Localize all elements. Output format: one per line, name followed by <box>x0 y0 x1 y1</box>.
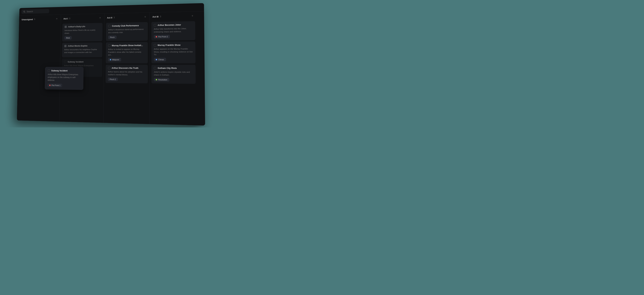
card-tag-daily-life: Beat <box>64 36 72 39</box>
card-tag-label-discovers: Pinch 2 <box>110 78 116 80</box>
card-tag-murray-inv: Midpoint <box>108 58 121 61</box>
column-header-act2: Act II 3 + <box>104 12 150 21</box>
card-title-gotham: Gotham City Riots <box>158 67 177 69</box>
card-checkbox-murray-inv[interactable] <box>108 44 110 47</box>
search-input-wrapper[interactable]: Search <box>22 9 49 14</box>
card-header-subway: Subway Incident <box>64 60 100 63</box>
column-header-act1: Act I 3 + <box>61 13 104 22</box>
card-header-discovers: Arthur Discovers the Truth <box>108 67 146 69</box>
card-title-joker: Arthur Becomes Joker <box>158 23 181 27</box>
search-icon <box>23 10 26 13</box>
svg-line-1 <box>25 12 25 12</box>
card-header-joker: Arthur Becomes Joker <box>154 23 193 27</box>
tooltip-card: Subway Incident Arthur kills three Wayne… <box>45 67 84 90</box>
card-arthur-discovers[interactable]: Arthur Discovers the Truth Arthur learns… <box>106 65 148 83</box>
column-header-act3: Act III 3 + <box>150 11 197 21</box>
card-checkbox-gotham[interactable] <box>154 67 156 69</box>
card-title-murray-show: Murray Franklin Show <box>158 43 180 47</box>
card-checkbox-murray-show[interactable] <box>154 44 156 46</box>
card-arthur-meets-sophie[interactable]: Arthur Meets Sophie Arthur encounters hi… <box>62 42 102 57</box>
tooltip-tag-label: Plot Point 1 <box>52 84 60 86</box>
card-desc-discovers: Arthur learns about his adoption and his… <box>108 70 145 76</box>
column-count-unassigned: 0 <box>34 18 35 20</box>
card-tag-comedy: Pinch <box>108 35 116 39</box>
column-add-btn-unassigned[interactable]: + <box>55 17 58 20</box>
card-arthurs-daily-life[interactable]: Arthur's Daily Life Introduce Arthur Fle… <box>62 23 103 41</box>
card-tag-label-murray-inv: Midpoint <box>112 59 119 61</box>
tooltip-tag-dot <box>49 85 51 86</box>
tooltip-tag: Plot Point 1 <box>48 84 62 87</box>
svg-point-0 <box>24 11 25 12</box>
tooltip-description: Arthur kills three Wayne Enterprises emp… <box>48 73 81 82</box>
card-title-comedy: Comedy Club Performance <box>112 24 139 27</box>
column-content-act3: Arthur Becomes Joker Arthur fully transf… <box>150 20 198 125</box>
app-container: Search Unassigned 0 + Act I 3 + <box>17 3 205 126</box>
card-tag-dot-murray-inv <box>110 59 111 60</box>
column-count-act3: 3 <box>160 15 161 18</box>
column-add-btn-act1[interactable]: + <box>98 16 102 20</box>
card-checkbox-sophie[interactable] <box>64 45 66 47</box>
card-desc-murray-inv: Arthur is invited to appear on Murray Fr… <box>108 48 146 56</box>
search-placeholder: Search <box>27 10 33 13</box>
card-tag-gotham: Resolution <box>154 78 169 81</box>
card-header-comedy: Comedy Club Performance <box>108 24 146 27</box>
card-checkbox-comedy[interactable] <box>108 25 111 27</box>
card-title-daily-life: Arthur's Daily Life <box>68 25 85 28</box>
card-arthur-becomes-joker[interactable]: Arthur Becomes Joker Arthur fully transf… <box>152 21 196 40</box>
column-title-act1: Act I <box>64 17 68 20</box>
card-desc-gotham: Joker's actions inspire citywide riots a… <box>154 71 193 76</box>
card-header-gotham: Gotham City Riots <box>154 67 193 69</box>
column-add-btn-act2[interactable]: + <box>144 15 147 19</box>
card-header-murray-show: Murray Franklin Show <box>154 43 193 47</box>
card-checkbox-daily-life[interactable] <box>64 26 67 28</box>
card-tag-discovers: Pinch 2 <box>108 78 118 81</box>
card-title-discovers: Arthur Discovers the Truth <box>112 67 138 69</box>
column-count-act1: 3 <box>69 17 70 20</box>
tooltip-title: Subway Incident <box>51 69 68 72</box>
column-act2: Act II 3 + Comedy Club Performance Arthu… <box>104 12 150 124</box>
card-desc-joker: Arthur fully transforms into the Joker, … <box>154 27 193 33</box>
column-count-act2: 3 <box>114 16 115 19</box>
card-tag-murray-show: Climax <box>154 58 166 61</box>
card-header-sophie: Arthur Meets Sophie <box>64 44 100 47</box>
card-tag-label-daily-life: Beat <box>66 37 70 39</box>
card-title-subway: Subway Incident <box>68 60 84 63</box>
column-content-act2: Comedy Club Performance Arthur's disastr… <box>104 21 150 124</box>
card-tag-label-joker: Plot Point 2 <box>158 35 168 38</box>
card-header-daily-life: Arthur's Daily Life <box>64 25 100 28</box>
card-comedy-club[interactable]: Comedy Club Performance Arthur's disastr… <box>106 22 148 41</box>
card-title-sophie: Arthur Meets Sophie <box>68 44 88 47</box>
card-murray-show[interactable]: Murray Franklin Show Arthur appears on t… <box>152 41 196 63</box>
card-tag-dot-gotham <box>156 79 157 80</box>
card-tag-dot-joker <box>156 36 157 37</box>
tooltip-checkbox[interactable] <box>48 69 50 72</box>
card-tag-label-gotham: Resolution <box>158 79 167 81</box>
column-header-unassigned: Unassigned 0 + <box>19 15 61 23</box>
card-checkbox-discovers[interactable] <box>108 67 110 69</box>
column-title-act2: Act II <box>107 16 112 19</box>
card-gotham-riots[interactable]: Gotham City Riots Joker's actions inspir… <box>152 65 196 84</box>
card-checkbox-joker[interactable] <box>154 24 156 26</box>
card-checkbox-subway[interactable] <box>64 61 66 63</box>
card-title-murray-inv: Murray Franklin Show Invitati... <box>112 44 143 47</box>
card-tag-label-murray-show: Climax <box>158 58 164 60</box>
card-murray-invitation[interactable]: Murray Franklin Show Invitati... Arthur … <box>106 42 148 63</box>
card-desc-daily-life: Introduce Arthur Fleck's life as a party… <box>64 29 100 35</box>
card-tag-dot-murray-show <box>156 59 157 60</box>
column-title-act3: Act III <box>152 15 158 18</box>
card-tag-label-comedy: Pinch <box>110 36 114 38</box>
column-title-unassigned: Unassigned <box>22 18 33 21</box>
card-header-murray-inv: Murray Franklin Show Invitati... <box>108 44 146 47</box>
card-desc-sophie: Arthur encounters his neighbour Sophie a… <box>64 48 100 54</box>
card-desc-murray-show: Arthur appears on the Murray Franklin Sh… <box>154 47 193 56</box>
card-desc-comedy: Arthur's disastrous stand-up performance… <box>108 28 146 34</box>
column-add-btn-act3[interactable]: + <box>191 14 194 18</box>
card-tag-joker: Plot Point 2 <box>154 35 170 38</box>
tooltip-card-header: Subway Incident <box>48 69 81 72</box>
column-act3: Act III 3 + Arthur Becomes Joker Arthur … <box>150 11 198 125</box>
